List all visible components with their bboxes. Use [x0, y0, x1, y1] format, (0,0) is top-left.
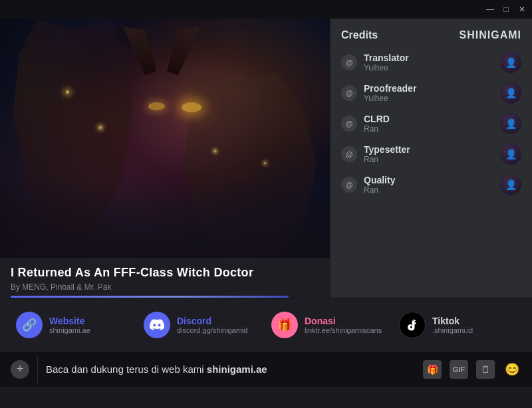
credit-row-clrd: @ CLRD Ran 👤 [341, 113, 521, 134]
credits-header: Credits SHINIGAMI [341, 29, 521, 41]
social-text-discord: Discord discord.gg/shinigamid [177, 316, 247, 334]
credit-role-translator: Translator [364, 52, 493, 63]
sticker-button[interactable]: 🗒 [476, 360, 495, 379]
title-bar: — □ ✕ [0, 0, 532, 19]
maximize-button[interactable]: □ [501, 5, 511, 14]
manga-author: By MENG, Pinball & Mr. Pak [11, 282, 319, 292]
credits-brand: SHINIGAMI [460, 29, 521, 41]
avatar-inner-translator: 👤 [500, 52, 521, 73]
credit-row-typesetter: @ Typesetter Ran 👤 [341, 144, 521, 165]
at-icon-proofreader: @ [341, 85, 357, 101]
credit-info-quality: Quality Ran [364, 175, 493, 195]
bottom-text: Baca dan dukung terus di web kami shinig… [46, 363, 415, 375]
credit-info-clrd: CLRD Ran [364, 114, 493, 134]
credit-avatar-proofreader: 👤 [500, 82, 521, 104]
cover-image [0, 19, 330, 258]
gift-button[interactable]: 🎁 [423, 360, 442, 379]
at-icon-quality: @ [341, 177, 357, 193]
credit-role-typesetter: Typesetter [364, 144, 493, 155]
tiktok-icon [399, 312, 426, 338]
credit-row-translator: @ Translator Yulhee 👤 [341, 52, 521, 73]
avatar-inner-quality: 👤 [500, 174, 521, 195]
tiktok-label: Tiktok [432, 316, 473, 326]
bottom-text-prefix: Baca dan dukung terus di web kami [46, 363, 207, 375]
close-button[interactable]: ✕ [517, 5, 527, 14]
credit-name-quality: Ran [364, 185, 493, 195]
title-section: I Returned As An FFF-Class Witch Doctor … [0, 258, 330, 298]
main-container: I Returned As An FFF-Class Witch Doctor … [0, 19, 532, 298]
credit-info-translator: Translator Yulhee [364, 52, 493, 72]
bottom-bar: + Baca dan dukung terus di web kami shin… [0, 351, 532, 387]
social-text-website: Website shinigami.ae [49, 316, 90, 334]
at-icon-typesetter: @ [341, 146, 357, 162]
at-icon-translator: @ [341, 54, 357, 70]
credit-name-translator: Yulhee [364, 63, 493, 72]
credit-avatar-typesetter: 👤 [500, 144, 521, 165]
horn-right [163, 20, 200, 76]
eye-glow-left [148, 102, 165, 110]
bottom-text-link: shinigami.ae [207, 363, 267, 375]
website-sub: shinigami.ae [49, 326, 90, 334]
avatar-inner-clrd: 👤 [500, 113, 521, 134]
credit-name-clrd: Ran [364, 124, 493, 134]
left-panel: I Returned As An FFF-Class Witch Doctor … [0, 19, 330, 298]
gif-button[interactable]: GIF [450, 360, 468, 379]
progress-bar [11, 296, 289, 298]
horn-left [124, 20, 161, 76]
social-item-website[interactable]: 🔗 Website shinigami.ae [11, 312, 138, 338]
eye-glow-right [182, 102, 201, 112]
social-item-tiktok[interactable]: Tiktok .shinigami.id [394, 312, 521, 338]
at-icon-clrd: @ [341, 116, 357, 132]
credit-info-typesetter: Typesetter Ran [364, 144, 493, 164]
credit-role-quality: Quality [364, 175, 493, 185]
discord-sub: discord.gg/shinigamid [177, 326, 247, 334]
discord-icon [144, 312, 170, 338]
tiktok-sub: .shinigami.id [432, 326, 473, 334]
sparkle-1 [99, 126, 102, 129]
social-bar: 🔗 Website shinigami.ae Discord discord.g… [0, 298, 532, 351]
avatar-inner-typesetter: 👤 [500, 144, 521, 165]
website-icon: 🔗 [16, 312, 43, 338]
credit-row-quality: @ Quality Ran 👤 [341, 174, 521, 195]
bottom-divider [37, 356, 38, 383]
cover-art [0, 19, 330, 258]
social-item-donasi[interactable]: 🎁 Donasi linktr.ee/shinigamiscans [266, 312, 394, 338]
credit-avatar-clrd: 👤 [500, 113, 521, 134]
credit-role-proofreader: Proofreader [364, 83, 493, 94]
credit-avatar-quality: 👤 [500, 174, 521, 195]
minimize-button[interactable]: — [485, 5, 495, 14]
sparkle-4 [264, 162, 266, 164]
donasi-sub: linktr.ee/shinigamiscans [305, 326, 382, 334]
social-item-discord[interactable]: Discord discord.gg/shinigamid [138, 312, 266, 338]
credit-role-clrd: CLRD [364, 114, 493, 124]
avatar-inner-proofreader: 👤 [500, 82, 521, 104]
donasi-label: Donasi [305, 316, 382, 326]
credit-row-proofreader: @ Proofreader Yulhee 👤 [341, 82, 521, 104]
bottom-actions: 🎁 GIF 🗒 😊 [423, 360, 521, 379]
emoji-button[interactable]: 😊 [503, 360, 521, 379]
social-text-donasi: Donasi linktr.ee/shinigamiscans [305, 316, 382, 334]
credit-info-proofreader: Proofreader Yulhee [364, 83, 493, 103]
credit-name-typesetter: Ran [364, 155, 493, 164]
credit-avatar-translator: 👤 [500, 52, 521, 73]
social-text-tiktok: Tiktok .shinigami.id [432, 316, 473, 334]
cover-dark-overlay [0, 178, 330, 258]
donasi-icon: 🎁 [271, 312, 298, 338]
credits-label: Credits [341, 29, 378, 41]
right-panel: Credits SHINIGAMI @ Translator Yulhee 👤 … [330, 19, 532, 298]
add-button[interactable]: + [11, 360, 29, 379]
discord-label: Discord [177, 316, 247, 326]
manga-title: I Returned As An FFF-Class Witch Doctor [11, 266, 319, 280]
credit-name-proofreader: Yulhee [364, 94, 493, 103]
website-label: Website [49, 316, 90, 326]
